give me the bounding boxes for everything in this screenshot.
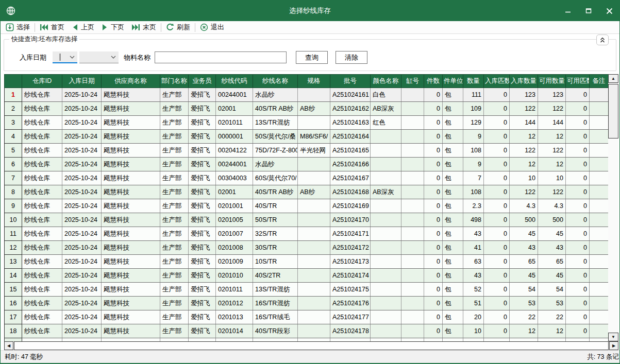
cell[interactable]: 2025-10-24 [62, 255, 102, 269]
cell[interactable] [590, 297, 609, 310]
cell[interactable]: 生产部 [160, 102, 189, 116]
cell[interactable]: A251024161 [330, 88, 371, 102]
cell[interactable]: 2025-10-24 [62, 310, 102, 324]
cell[interactable]: 0 [424, 227, 443, 241]
cell[interactable]: 生产部 [160, 171, 189, 185]
cell[interactable]: 0 [566, 144, 590, 158]
cell[interactable]: 0 [484, 185, 510, 199]
cell[interactable]: 0 [424, 130, 443, 144]
cell[interactable]: A251024173 [330, 255, 371, 269]
cell[interactable]: 16S/TR绒毛 [253, 310, 298, 324]
cell[interactable] [590, 158, 609, 171]
cell[interactable] [371, 130, 401, 144]
cell[interactable]: 0201005 [216, 213, 253, 227]
table-row[interactable]: 2纱线仓库2025-10-24飓慧科技生产部爱招飞0200140S/TR AB纱… [5, 102, 609, 116]
cell[interactable]: 123 [510, 88, 538, 102]
cell[interactable]: A251024171 [330, 227, 371, 241]
cell[interactable] [298, 324, 330, 338]
cell[interactable]: 生产部 [160, 297, 189, 310]
cell[interactable] [401, 88, 424, 102]
cell[interactable]: 爱招飞 [189, 310, 216, 324]
cell[interactable] [401, 158, 424, 171]
cell[interactable]: 包 [443, 324, 463, 338]
cell[interactable] [298, 158, 330, 171]
cell[interactable] [371, 158, 401, 171]
column-header[interactable]: 入库日期 [62, 75, 102, 88]
cell[interactable]: 0 [484, 213, 510, 227]
cell[interactable]: 12 [510, 324, 538, 338]
cell[interactable]: 40S/TR AB纱 [253, 102, 298, 116]
cell[interactable]: 45 [538, 269, 566, 283]
cell[interactable] [401, 144, 424, 158]
cell[interactable]: 纱线仓库 [22, 297, 62, 310]
cell[interactable]: 45 [510, 227, 538, 241]
cell[interactable]: 0 [484, 297, 510, 310]
cell[interactable]: 108 [463, 144, 484, 158]
column-header[interactable]: 件数 [424, 75, 443, 88]
table-row[interactable]: 6纱线仓库2025-10-24飓慧科技生产部爱招飞00244001水晶纱A251… [5, 158, 609, 171]
cell[interactable]: 0201010 [216, 269, 253, 283]
cell[interactable]: 爱招飞 [189, 88, 216, 102]
cell[interactable] [401, 310, 424, 324]
table-row[interactable]: 8纱线仓库2025-10-24飓慧科技生产部爱招飞0200140S/TR AB纱… [5, 185, 609, 199]
cell[interactable] [590, 185, 609, 199]
table-row[interactable]: 14纱线仓库2025-10-24飓慧科技生产部爱招飞020101040S/2TR… [5, 269, 609, 283]
cell[interactable] [590, 241, 609, 255]
cell[interactable]: 生产部 [160, 213, 189, 227]
scroll-down-arrow[interactable]: ▼ [608, 333, 618, 341]
cell[interactable] [298, 283, 330, 297]
cell[interactable]: 生产部 [160, 255, 189, 269]
cell[interactable]: 包 [443, 171, 463, 185]
column-header[interactable]: 纱线名称 [253, 75, 298, 88]
cell[interactable]: 包 [443, 269, 463, 283]
cell[interactable]: 0 [484, 310, 510, 324]
cell[interactable]: 0201011 [216, 116, 253, 130]
cell[interactable]: 16S/TR混纺 [253, 297, 298, 310]
cell[interactable]: 500 [538, 213, 566, 227]
cell[interactable]: 爱招飞 [189, 297, 216, 310]
cell[interactable] [590, 227, 609, 241]
cell[interactable]: 41 [463, 241, 484, 255]
cell[interactable]: 2025-10-24 [62, 171, 102, 185]
cell[interactable]: 红色 [371, 116, 401, 130]
refresh-button[interactable]: 刷新 [162, 21, 194, 33]
cell[interactable]: 0 [566, 158, 590, 171]
cell[interactable]: 0 [424, 310, 443, 324]
cell[interactable] [371, 324, 401, 338]
cell[interactable]: 0000001 [216, 130, 253, 144]
cell[interactable]: A251024167 [330, 171, 371, 185]
cell[interactable] [401, 241, 424, 255]
row-number[interactable]: 14 [5, 269, 22, 283]
cell[interactable]: 2025-10-24 [62, 185, 102, 199]
scroll-up-arrow[interactable]: ▲ [608, 74, 618, 83]
cell[interactable]: 144 [510, 116, 538, 130]
cell[interactable]: 纱线仓库 [22, 241, 62, 255]
cell[interactable] [590, 171, 609, 185]
cell[interactable]: 0 [484, 88, 510, 102]
cell[interactable]: 0 [424, 241, 443, 255]
cell[interactable]: A251024168 [330, 185, 371, 199]
table-row[interactable]: 16纱线仓库2025-10-24飓慧科技生产部爱招飞020101216S/TR混… [5, 297, 609, 310]
cell[interactable]: 22 [510, 310, 538, 324]
cell[interactable] [371, 255, 401, 269]
cell[interactable]: 0 [424, 88, 443, 102]
cell[interactable]: AB纱 [298, 185, 330, 199]
cell[interactable]: 13S/TR混纺 [253, 283, 298, 297]
cell[interactable]: 0 [484, 269, 510, 283]
column-header[interactable]: 仓库ID [22, 75, 62, 88]
cell[interactable] [401, 116, 424, 130]
cell[interactable]: A251024175 [330, 283, 371, 297]
cell[interactable]: 9 [463, 130, 484, 144]
cell[interactable]: 2025-10-24 [62, 269, 102, 283]
cell[interactable]: 45 [538, 227, 566, 241]
cell[interactable]: 生产部 [160, 227, 189, 241]
cell[interactable]: 0 [566, 297, 590, 310]
cell[interactable]: 生产部 [160, 130, 189, 144]
cell[interactable]: 包 [443, 116, 463, 130]
vertical-scrollbar[interactable]: ▲ ▼ [608, 74, 618, 341]
column-header[interactable]: 部门名称 [160, 75, 189, 88]
cell[interactable]: 生产部 [160, 269, 189, 283]
cell[interactable] [401, 130, 424, 144]
cell[interactable]: 122 [510, 144, 538, 158]
cell[interactable]: 纱线仓库 [22, 269, 62, 283]
